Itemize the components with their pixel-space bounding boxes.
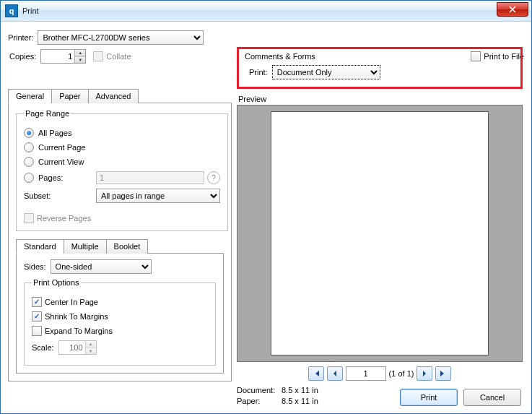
- scale-up[interactable]: ▲: [86, 341, 96, 348]
- comments-forms-highlight: Comments & Forms Print: Document Only: [237, 47, 523, 89]
- radio-current-page[interactable]: Current Page: [24, 142, 220, 152]
- standard-panel: Sides: One-sided Print Options Center In…: [16, 254, 224, 374]
- center-in-page-checkbox[interactable]: Center In Page: [32, 297, 208, 307]
- paper-size-value: 8.5 x 11 in: [282, 397, 318, 405]
- paper-size-label: Paper:: [237, 396, 282, 407]
- subset-label: Subset:: [24, 191, 92, 200]
- window-title: Print: [22, 7, 39, 15]
- last-page-icon: [440, 370, 447, 377]
- scale-input[interactable]: [59, 341, 85, 354]
- last-page-button[interactable]: [435, 366, 451, 381]
- prev-page-button[interactable]: [327, 366, 343, 381]
- document-size-value: 8.5 x 11 in: [282, 386, 318, 394]
- scale-down[interactable]: ▼: [86, 348, 96, 355]
- first-page-icon: [313, 370, 320, 377]
- print-dialog: q Print Printer: Brother MFC-L2700DW ser…: [0, 0, 532, 414]
- dialog-buttons: Print Cancel: [400, 389, 521, 406]
- layout-tabs: Standard Multiple Booklet: [16, 238, 224, 254]
- left-column: General Paper Advanced Page Range All Pa…: [8, 88, 232, 381]
- print-options-legend: Print Options: [32, 278, 81, 287]
- right-column: Comments & Forms Print: Document Only Pr…: [237, 47, 523, 407]
- help-icon[interactable]: ?: [207, 171, 220, 184]
- copies-label: Copies:: [9, 52, 36, 61]
- next-page-button[interactable]: [417, 366, 432, 381]
- shrink-to-margins-checkbox[interactable]: Shrink To Margins: [32, 311, 208, 322]
- scale-label: Scale:: [32, 343, 54, 352]
- radio-current-view[interactable]: Current View: [24, 157, 220, 167]
- preview-frame: [237, 105, 523, 362]
- preview-page: [271, 111, 489, 355]
- radio-pages[interactable]: Pages: ?: [24, 171, 220, 184]
- tab-multiple[interactable]: Multiple: [64, 239, 107, 254]
- document-size-label: Document:: [237, 385, 282, 396]
- copies-up[interactable]: ▲: [75, 50, 85, 57]
- print-button[interactable]: Print: [400, 389, 458, 406]
- cf-print-label: Print:: [249, 68, 268, 77]
- first-page-button[interactable]: [308, 366, 324, 381]
- copies-down[interactable]: ▼: [75, 57, 85, 64]
- pages-input[interactable]: [96, 171, 204, 184]
- app-icon: q: [5, 4, 18, 17]
- chevron-right-icon: [421, 370, 428, 377]
- page-range-legend: Page Range: [24, 109, 71, 118]
- reverse-pages-checkbox[interactable]: Reverse Pages: [24, 213, 91, 223]
- chevron-left-icon: [331, 370, 339, 377]
- page-of-label: (1 of 1): [389, 369, 414, 378]
- preview-pager: (1 of 1): [237, 366, 523, 381]
- print-options-group: Print Options Center In Page Shrink To M…: [24, 278, 216, 366]
- copies-input[interactable]: [41, 50, 74, 63]
- expand-to-margins-checkbox[interactable]: Expand To Margins: [32, 326, 208, 336]
- close-button[interactable]: [497, 2, 528, 17]
- preview-area: Preview (1 of 1) Document:8.5 x 11 in Pa…: [237, 95, 523, 407]
- collate-checkbox[interactable]: Collate: [93, 51, 131, 61]
- cancel-button[interactable]: Cancel: [463, 389, 521, 406]
- scale-spinner[interactable]: ▲▼: [58, 340, 97, 355]
- copies-spinner[interactable]: ▲▼: [40, 49, 86, 64]
- dialog-body: Printer: Brother MFC-L2700DW series Copi…: [1, 21, 531, 413]
- collate-label: Collate: [106, 52, 131, 61]
- general-panel: Page Range All Pages Current Page Curren…: [8, 103, 232, 381]
- printer-select[interactable]: Brother MFC-L2700DW series: [38, 30, 204, 45]
- tab-paper[interactable]: Paper: [51, 89, 88, 103]
- comments-forms-legend: Comments & Forms: [245, 52, 516, 61]
- cf-print-select[interactable]: Document Only: [272, 65, 380, 79]
- printer-label: Printer:: [8, 33, 33, 42]
- subset-select[interactable]: All pages in range: [96, 189, 220, 203]
- tab-standard[interactable]: Standard: [16, 239, 64, 254]
- tab-booklet[interactable]: Booklet: [106, 239, 149, 254]
- close-icon: [509, 6, 516, 13]
- tab-general[interactable]: General: [8, 89, 52, 103]
- main-tabs: General Paper Advanced: [8, 88, 232, 103]
- sides-select[interactable]: One-sided: [51, 259, 152, 274]
- page-range-group: Page Range All Pages Current Page Curren…: [16, 109, 228, 231]
- radio-all-pages[interactable]: All Pages: [24, 128, 220, 138]
- sides-label: Sides:: [24, 262, 46, 271]
- preview-label: Preview: [238, 95, 523, 103]
- page-number-input[interactable]: [346, 366, 386, 381]
- titlebar: q Print: [1, 1, 531, 22]
- tab-advanced[interactable]: Advanced: [88, 89, 139, 103]
